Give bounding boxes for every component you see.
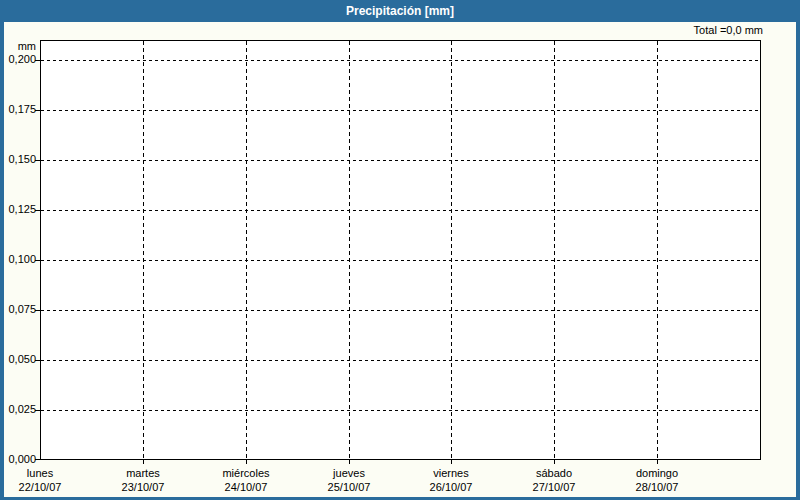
h-gridline [41, 360, 760, 361]
x-tick-mark [143, 460, 144, 464]
y-tick-mark [35, 260, 41, 261]
v-gridline [554, 41, 555, 459]
h-gridline [41, 210, 760, 211]
h-gridline [41, 110, 760, 111]
date-label: 24/10/07 [222, 480, 269, 494]
h-gridline [41, 60, 760, 61]
y-tick-mark [35, 160, 41, 161]
chart-title: Precipitación [mm] [346, 4, 454, 18]
frame-border-right [796, 22, 800, 500]
h-gridline [41, 260, 760, 261]
day-name: lunes [19, 466, 62, 480]
day-name: domingo [636, 466, 679, 480]
h-gridline [41, 310, 760, 311]
y-tick-label: 0,125 [0, 203, 36, 216]
y-tick-label: 0,200 [0, 53, 36, 66]
date-label: 25/10/07 [328, 480, 371, 494]
y-tick-label: 0,100 [0, 253, 36, 266]
x-tick-mark [451, 460, 452, 464]
x-category-label: sábado 27/10/07 [533, 466, 576, 494]
y-tick-mark [35, 459, 41, 460]
date-label: 23/10/07 [122, 480, 165, 494]
x-category-label: domingo 28/10/07 [636, 466, 679, 494]
h-gridline [41, 410, 760, 411]
v-gridline [246, 41, 247, 459]
v-gridline [143, 41, 144, 459]
y-tick-label: 0,075 [0, 303, 36, 316]
day-name: viernes [430, 466, 473, 480]
precipitation-chart: Precipitación [mm] Total =0,0 mm mm 0,20… [0, 0, 800, 500]
day-name: miércoles [222, 466, 269, 480]
plot-area [40, 40, 761, 460]
x-category-label: viernes 26/10/07 [430, 466, 473, 494]
y-axis-unit: mm [0, 40, 36, 53]
day-name: jueves [328, 466, 371, 480]
chart-title-bar: Precipitación [mm] [0, 0, 800, 22]
y-tick-label: 0,025 [0, 403, 36, 416]
y-tick-label: 0,175 [0, 103, 36, 116]
y-tick-mark [35, 360, 41, 361]
x-tick-mark [554, 460, 555, 464]
x-tick-mark [349, 460, 350, 464]
day-name: sábado [533, 466, 576, 480]
v-gridline [349, 41, 350, 459]
y-tick-mark [35, 310, 41, 311]
date-label: 27/10/07 [533, 480, 576, 494]
x-tick-mark [657, 460, 658, 464]
date-label: 26/10/07 [430, 480, 473, 494]
x-category-label: jueves 25/10/07 [328, 466, 371, 494]
y-tick-label: 0,000 [0, 453, 36, 466]
x-category-label: lunes 22/10/07 [19, 466, 62, 494]
v-gridline [657, 41, 658, 459]
day-name: martes [122, 466, 165, 480]
y-tick-mark [35, 110, 41, 111]
date-label: 28/10/07 [636, 480, 679, 494]
date-label: 22/10/07 [19, 480, 62, 494]
x-category-label: martes 23/10/07 [122, 466, 165, 494]
h-gridline [41, 160, 760, 161]
x-tick-mark [246, 460, 247, 464]
v-gridline [451, 41, 452, 459]
y-tick-mark [35, 410, 41, 411]
total-label: Total =0,0 mm [694, 24, 763, 36]
x-category-label: miércoles 24/10/07 [222, 466, 269, 494]
y-tick-label: 0,150 [0, 153, 36, 166]
y-tick-mark [35, 210, 41, 211]
y-tick-mark [35, 60, 41, 61]
y-tick-label: 0,050 [0, 353, 36, 366]
